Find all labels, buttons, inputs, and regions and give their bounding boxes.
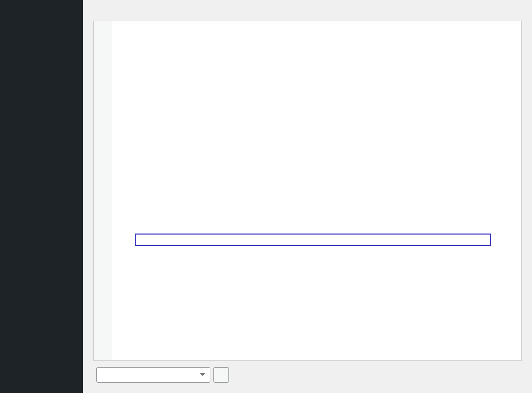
code-editor[interactable] [93, 21, 522, 361]
code-area[interactable] [111, 21, 521, 360]
admin-sidebar [0, 0, 83, 393]
function-select[interactable] [96, 367, 210, 383]
main-content [83, 0, 532, 393]
lookup-button[interactable] [213, 367, 229, 383]
documentation-row [93, 367, 522, 383]
highlight-box [135, 234, 491, 246]
line-gutter [94, 21, 111, 360]
